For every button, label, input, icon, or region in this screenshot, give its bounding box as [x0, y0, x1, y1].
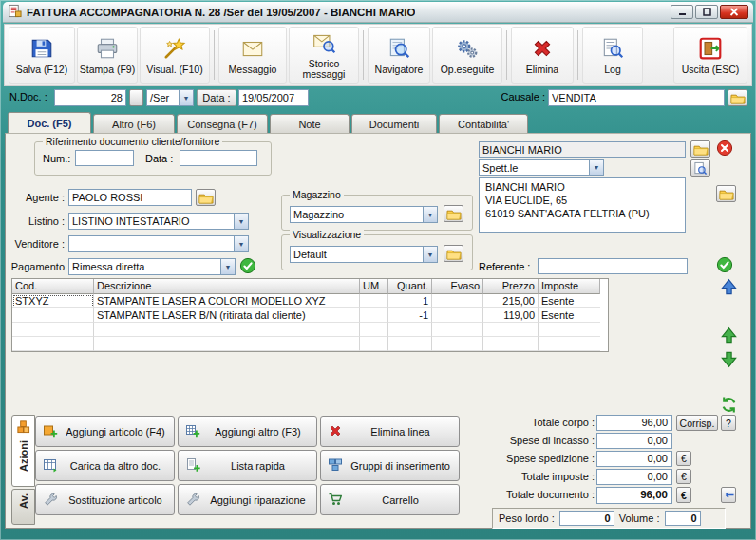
- cart-button[interactable]: Carrello: [320, 484, 460, 515]
- insert-groups-button[interactable]: Gruppi di inserimento: [320, 450, 460, 481]
- tab-altro[interactable]: Altro (F6): [93, 114, 175, 134]
- spettle-select[interactable]: Spett.le▼: [479, 159, 604, 176]
- visualizzazione-select[interactable]: Default▼: [290, 246, 438, 263]
- address-box[interactable]: BIANCHI MARIO VIA EUCLIDE, 65 61019 SANT…: [479, 177, 686, 233]
- pagamento-select[interactable]: Rimessa diretta▼: [68, 258, 236, 275]
- quick-list-button[interactable]: Lista rapida: [178, 450, 317, 481]
- address-preview-button[interactable]: [690, 159, 710, 177]
- doc-lookup-button[interactable]: [129, 89, 143, 106]
- cell-imposte[interactable]: Esente: [539, 308, 600, 323]
- add-article-label: Aggiungi articolo (F4): [64, 426, 167, 438]
- ndoc-input[interactable]: [54, 89, 126, 106]
- causale-input[interactable]: [548, 89, 725, 106]
- col-um[interactable]: UM: [360, 279, 388, 294]
- tab-doc[interactable]: Doc. (F5): [8, 112, 91, 134]
- referente-ok-button[interactable]: [716, 256, 733, 273]
- add-repair-button[interactable]: Aggiungi riparazione: [178, 484, 317, 515]
- load-from-doc-button[interactable]: Carica da altro doc.: [35, 450, 175, 481]
- cell-cod[interactable]: STXYZ: [12, 294, 94, 308]
- cell-descrizione[interactable]: STAMPANTE LASER A COLORI MODELLO XYZ: [94, 294, 360, 308]
- currency-button[interactable]: €: [676, 487, 691, 503]
- causale-folder-button[interactable]: [728, 89, 747, 106]
- exit-button[interactable]: Uscita (ESC): [673, 27, 747, 84]
- tab-consegna[interactable]: Consegna (F7): [177, 114, 268, 134]
- visualize-button[interactable]: Visual. (F10): [140, 27, 210, 84]
- move-top-button[interactable]: [720, 278, 738, 296]
- address-folder-button[interactable]: [716, 185, 736, 202]
- refresh-button[interactable]: [720, 396, 738, 414]
- table-row-empty[interactable]: [12, 337, 608, 351]
- maximize-button[interactable]: [695, 5, 718, 19]
- cliente-input[interactable]: [479, 141, 686, 158]
- listino-select[interactable]: LISTINO INTESTATARIO▼: [68, 213, 249, 230]
- cell-um[interactable]: [360, 294, 388, 308]
- cell-evaso[interactable]: [432, 294, 483, 308]
- cell-quant[interactable]: -1: [388, 308, 432, 323]
- magazzino-select[interactable]: Magazzino▼: [290, 206, 438, 223]
- close-button[interactable]: [720, 5, 748, 19]
- move-up-button[interactable]: [720, 326, 738, 344]
- save-button[interactable]: Salva (F12): [9, 27, 75, 84]
- cliente-folder-button[interactable]: [690, 140, 710, 158]
- navigator-icon: [387, 36, 411, 63]
- insert-groups-icon: [328, 457, 343, 475]
- tab-avanzate[interactable]: Av.: [11, 489, 35, 525]
- corrisp-button[interactable]: Corrisp.: [676, 415, 718, 431]
- rif-num-input[interactable]: [75, 150, 134, 166]
- cliente-remove-button[interactable]: [716, 140, 733, 157]
- tab-doc-label: Doc. (F5): [27, 118, 71, 129]
- operations-button[interactable]: Op.eseguite: [432, 27, 502, 84]
- tab-note[interactable]: Note: [270, 114, 350, 134]
- col-descrizione[interactable]: Descrizione: [94, 279, 360, 294]
- tab-documenti[interactable]: Documenti: [351, 114, 437, 134]
- message-button[interactable]: Messaggio: [218, 27, 287, 84]
- log-button[interactable]: Log: [582, 27, 643, 84]
- cell-evaso[interactable]: [432, 308, 483, 323]
- col-cod[interactable]: Cod.: [12, 279, 94, 294]
- agente-label: Agente :: [6, 189, 65, 206]
- agente-input[interactable]: [68, 189, 192, 206]
- visualize-button-label: Visual. (F10): [146, 65, 202, 75]
- cell-prezzo[interactable]: 215,00: [483, 294, 539, 308]
- add-article-button[interactable]: Aggiungi articolo (F4): [35, 416, 175, 447]
- delete-line-button[interactable]: Elimina linea: [320, 416, 460, 447]
- toolbar-separator: [577, 30, 578, 80]
- visualizzazione-folder-button[interactable]: [444, 245, 463, 262]
- date-input[interactable]: [238, 89, 309, 106]
- table-row-empty[interactable]: [12, 323, 608, 337]
- referente-input[interactable]: [538, 258, 688, 274]
- totale-corpo-label: Totale corpo :: [492, 415, 595, 431]
- cell-cod[interactable]: [12, 308, 94, 323]
- recalculate-button[interactable]: [721, 487, 736, 503]
- pagamento-ok-button[interactable]: [239, 257, 256, 274]
- navigator-button[interactable]: Navigatore: [368, 27, 430, 84]
- minimize-button[interactable]: [671, 5, 693, 19]
- cell-prezzo[interactable]: 119,00: [483, 308, 539, 323]
- currency-button[interactable]: €: [676, 469, 691, 484]
- tab-azioni[interactable]: Azioni: [11, 415, 35, 487]
- currency-button[interactable]: €: [676, 451, 691, 466]
- table-row[interactable]: STAMPANTE LASER B/N (ritirata dal client…: [12, 308, 608, 323]
- rif-data-input[interactable]: [180, 150, 257, 166]
- cell-um[interactable]: [360, 308, 388, 323]
- cell-quant[interactable]: 1: [388, 294, 432, 308]
- help-button[interactable]: ?: [721, 415, 736, 431]
- table-row[interactable]: STXYZ STAMPANTE LASER A COLORI MODELLO X…: [12, 294, 608, 308]
- message-history-button[interactable]: Storico messaggi: [289, 27, 359, 84]
- agente-folder-button[interactable]: [196, 189, 216, 206]
- magazzino-folder-button[interactable]: [444, 205, 463, 222]
- cell-descrizione[interactable]: STAMPANTE LASER B/N (ritirata dal client…: [94, 308, 360, 323]
- series-select[interactable]: /Ser▼: [146, 89, 194, 106]
- col-imposte[interactable]: Imposte: [539, 279, 600, 294]
- delete-button[interactable]: Elimina: [511, 27, 574, 84]
- move-down-button[interactable]: [720, 350, 738, 368]
- col-prezzo[interactable]: Prezzo: [483, 279, 539, 294]
- venditore-select[interactable]: ▼: [68, 235, 249, 252]
- print-button[interactable]: Stampa (F9): [77, 27, 138, 84]
- col-evaso[interactable]: Evaso: [432, 279, 483, 294]
- col-quant[interactable]: Quant.: [388, 279, 432, 294]
- tab-contabilita[interactable]: Contabilita': [439, 114, 528, 134]
- add-other-button[interactable]: Aggiungi altro (F3): [178, 416, 317, 447]
- cell-imposte[interactable]: Esente: [539, 294, 600, 308]
- substitute-article-button[interactable]: Sostituzione articolo: [35, 484, 175, 515]
